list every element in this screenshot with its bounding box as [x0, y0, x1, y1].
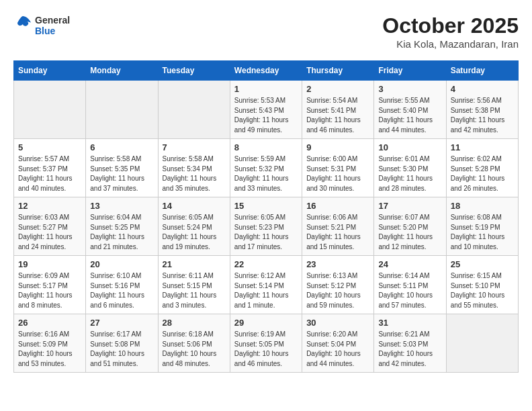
calendar-day-cell: 22Sunrise: 6:12 AM Sunset: 5:14 PM Dayli…	[230, 256, 302, 314]
day-detail: Sunrise: 6:17 AM Sunset: 5:08 PM Dayligh…	[90, 330, 153, 369]
day-detail: Sunrise: 6:06 AM Sunset: 5:21 PM Dayligh…	[306, 213, 369, 252]
day-detail: Sunrise: 5:55 AM Sunset: 5:40 PM Dayligh…	[378, 96, 441, 135]
weekday-header: Thursday	[302, 61, 374, 81]
calendar-day-cell: 27Sunrise: 6:17 AM Sunset: 5:08 PM Dayli…	[86, 314, 158, 373]
calendar-day-cell: 15Sunrise: 6:05 AM Sunset: 5:23 PM Dayli…	[230, 197, 302, 256]
calendar-day-cell: 16Sunrise: 6:06 AM Sunset: 5:21 PM Dayli…	[302, 197, 374, 256]
day-detail: Sunrise: 6:20 AM Sunset: 5:04 PM Dayligh…	[306, 330, 369, 369]
day-detail: Sunrise: 5:56 AM Sunset: 5:38 PM Dayligh…	[451, 96, 514, 135]
day-number: 13	[90, 201, 153, 211]
day-detail: Sunrise: 6:00 AM Sunset: 5:31 PM Dayligh…	[306, 154, 369, 193]
logo-blue-text: Blue	[35, 26, 70, 36]
day-detail: Sunrise: 6:13 AM Sunset: 5:12 PM Dayligh…	[306, 271, 369, 310]
day-number: 24	[378, 259, 441, 269]
location: Kia Kola, Mazandaran, Iran	[382, 38, 519, 50]
calendar-day-cell: 9Sunrise: 6:00 AM Sunset: 5:31 PM Daylig…	[302, 139, 374, 197]
calendar-day-cell: 19Sunrise: 6:09 AM Sunset: 5:17 PM Dayli…	[14, 256, 86, 314]
weekday-header: Friday	[374, 61, 446, 81]
day-number: 8	[234, 142, 298, 152]
day-detail: Sunrise: 6:09 AM Sunset: 5:17 PM Dayligh…	[18, 271, 81, 310]
day-detail: Sunrise: 6:03 AM Sunset: 5:27 PM Dayligh…	[18, 213, 81, 252]
calendar-day-cell: 12Sunrise: 6:03 AM Sunset: 5:27 PM Dayli…	[14, 197, 86, 256]
day-detail: Sunrise: 6:11 AM Sunset: 5:15 PM Dayligh…	[163, 271, 226, 310]
calendar-day-cell: 23Sunrise: 6:13 AM Sunset: 5:12 PM Dayli…	[302, 256, 374, 314]
day-detail: Sunrise: 6:19 AM Sunset: 5:05 PM Dayligh…	[234, 330, 298, 369]
day-detail: Sunrise: 6:02 AM Sunset: 5:28 PM Dayligh…	[451, 154, 514, 193]
logo-general-text: General	[35, 15, 70, 26]
weekday-header: Wednesday	[230, 61, 302, 81]
calendar-day-cell: 28Sunrise: 6:18 AM Sunset: 5:06 PM Dayli…	[158, 314, 230, 373]
day-number: 7	[163, 142, 226, 152]
calendar-day-cell: 10Sunrise: 6:01 AM Sunset: 5:30 PM Dayli…	[374, 139, 446, 197]
day-detail: Sunrise: 6:05 AM Sunset: 5:23 PM Dayligh…	[234, 213, 298, 252]
day-number: 15	[234, 201, 298, 211]
logo-svg: General Blue	[13, 13, 70, 38]
day-number: 11	[451, 142, 514, 152]
calendar-day-cell: 5Sunrise: 5:57 AM Sunset: 5:37 PM Daylig…	[14, 139, 86, 197]
calendar-day-cell: 2Sunrise: 5:54 AM Sunset: 5:41 PM Daylig…	[302, 81, 374, 139]
day-detail: Sunrise: 6:05 AM Sunset: 5:24 PM Dayligh…	[163, 213, 226, 252]
day-number: 10	[378, 142, 441, 152]
month-title: October 2025	[382, 13, 519, 38]
day-number: 14	[163, 201, 226, 211]
title-block: October 2025 Kia Kola, Mazandaran, Iran	[382, 13, 519, 50]
calendar-day-cell: 17Sunrise: 6:07 AM Sunset: 5:20 PM Dayli…	[374, 197, 446, 256]
day-detail: Sunrise: 6:12 AM Sunset: 5:14 PM Dayligh…	[234, 271, 298, 310]
day-number: 20	[90, 259, 153, 269]
day-number: 1	[234, 84, 298, 94]
calendar-day-cell: 7Sunrise: 5:58 AM Sunset: 5:34 PM Daylig…	[158, 139, 230, 197]
day-detail: Sunrise: 6:10 AM Sunset: 5:16 PM Dayligh…	[90, 271, 153, 310]
day-detail: Sunrise: 6:15 AM Sunset: 5:10 PM Dayligh…	[451, 271, 514, 310]
calendar-day-cell: 31Sunrise: 6:21 AM Sunset: 5:03 PM Dayli…	[374, 314, 446, 373]
calendar-day-cell: 4Sunrise: 5:56 AM Sunset: 5:38 PM Daylig…	[446, 81, 518, 139]
calendar-week-row: 12Sunrise: 6:03 AM Sunset: 5:27 PM Dayli…	[14, 197, 519, 256]
day-detail: Sunrise: 5:59 AM Sunset: 5:32 PM Dayligh…	[234, 154, 298, 193]
calendar-day-cell	[446, 314, 518, 373]
day-number: 16	[306, 201, 369, 211]
calendar-week-row: 1Sunrise: 5:53 AM Sunset: 5:43 PM Daylig…	[14, 81, 519, 139]
day-number: 6	[90, 142, 153, 152]
calendar-day-cell: 25Sunrise: 6:15 AM Sunset: 5:10 PM Dayli…	[446, 256, 518, 314]
day-number: 26	[18, 318, 81, 328]
day-detail: Sunrise: 5:58 AM Sunset: 5:34 PM Dayligh…	[163, 154, 226, 193]
calendar-day-cell	[86, 81, 158, 139]
weekday-header: Sunday	[14, 61, 86, 81]
calendar-week-row: 26Sunrise: 6:16 AM Sunset: 5:09 PM Dayli…	[14, 314, 519, 373]
calendar-day-cell: 21Sunrise: 6:11 AM Sunset: 5:15 PM Dayli…	[158, 256, 230, 314]
day-number: 22	[234, 259, 298, 269]
calendar-day-cell: 18Sunrise: 6:08 AM Sunset: 5:19 PM Dayli…	[446, 197, 518, 256]
day-number: 18	[451, 201, 514, 211]
weekday-header: Tuesday	[158, 61, 230, 81]
calendar-day-cell: 11Sunrise: 6:02 AM Sunset: 5:28 PM Dayli…	[446, 139, 518, 197]
day-number: 27	[90, 318, 153, 328]
calendar-day-cell: 13Sunrise: 6:04 AM Sunset: 5:25 PM Dayli…	[86, 197, 158, 256]
day-number: 31	[378, 318, 441, 328]
logo: General Blue	[13, 13, 70, 38]
day-number: 9	[306, 142, 369, 152]
day-detail: Sunrise: 6:08 AM Sunset: 5:19 PM Dayligh…	[451, 213, 514, 252]
day-number: 28	[163, 318, 226, 328]
day-number: 2	[306, 84, 369, 94]
day-number: 30	[306, 318, 369, 328]
day-number: 29	[234, 318, 298, 328]
day-number: 4	[451, 84, 514, 94]
logo-bird-icon	[13, 13, 34, 38]
calendar-day-cell: 1Sunrise: 5:53 AM Sunset: 5:43 PM Daylig…	[230, 81, 302, 139]
day-detail: Sunrise: 6:01 AM Sunset: 5:30 PM Dayligh…	[378, 154, 441, 193]
day-detail: Sunrise: 5:53 AM Sunset: 5:43 PM Dayligh…	[234, 96, 298, 135]
calendar-day-cell: 14Sunrise: 6:05 AM Sunset: 5:24 PM Dayli…	[158, 197, 230, 256]
calendar-day-cell: 26Sunrise: 6:16 AM Sunset: 5:09 PM Dayli…	[14, 314, 86, 373]
day-detail: Sunrise: 6:16 AM Sunset: 5:09 PM Dayligh…	[18, 330, 81, 369]
calendar-body: 1Sunrise: 5:53 AM Sunset: 5:43 PM Daylig…	[14, 81, 519, 373]
calendar-day-cell	[14, 81, 86, 139]
calendar-week-row: 19Sunrise: 6:09 AM Sunset: 5:17 PM Dayli…	[14, 256, 519, 314]
day-detail: Sunrise: 5:54 AM Sunset: 5:41 PM Dayligh…	[306, 96, 369, 135]
page-header: General Blue October 2025 Kia Kola, Maza…	[13, 13, 519, 50]
day-number: 23	[306, 259, 369, 269]
day-detail: Sunrise: 5:57 AM Sunset: 5:37 PM Dayligh…	[18, 154, 81, 193]
calendar-day-cell: 8Sunrise: 5:59 AM Sunset: 5:32 PM Daylig…	[230, 139, 302, 197]
day-number: 17	[378, 201, 441, 211]
calendar-day-cell: 29Sunrise: 6:19 AM Sunset: 5:05 PM Dayli…	[230, 314, 302, 373]
calendar-day-cell: 24Sunrise: 6:14 AM Sunset: 5:11 PM Dayli…	[374, 256, 446, 314]
day-detail: Sunrise: 6:07 AM Sunset: 5:20 PM Dayligh…	[378, 213, 441, 252]
